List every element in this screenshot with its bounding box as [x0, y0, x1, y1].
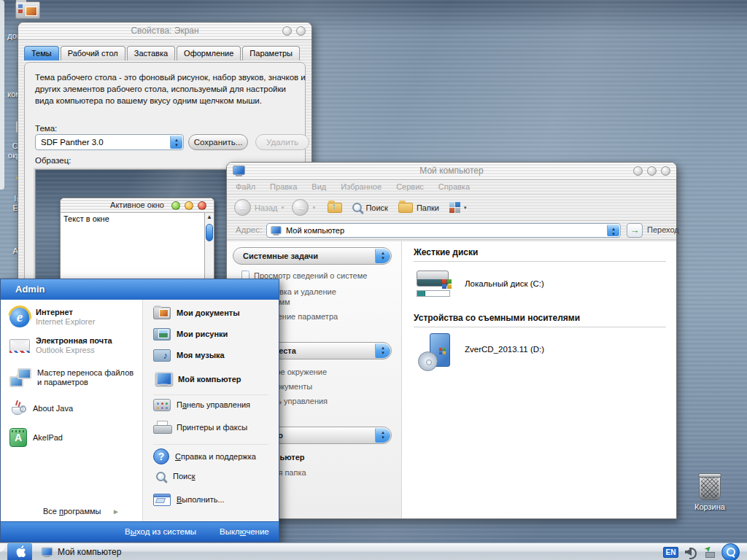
menu-edit[interactable]: Правка — [270, 180, 297, 194]
documents-folder-icon — [153, 307, 171, 319]
start-item-transfer-wizard[interactable]: → Мастер переноса файлов и параметров — [9, 368, 135, 387]
printer-icon — [153, 421, 171, 434]
dialog-titlebar[interactable]: Свойства: Экран — [18, 23, 311, 40]
taskbar: Мой компьютер EN — [0, 542, 747, 560]
theme-dropdown-value: SDF Panther 3.0 — [41, 135, 104, 149]
cd-drive-icon — [418, 333, 452, 371]
all-programs-button[interactable]: Все программы ► — [43, 507, 101, 516]
tray-search-icon[interactable] — [721, 543, 740, 560]
collapse-icon[interactable] — [375, 249, 390, 263]
drive-item-local-disk-c[interactable]: Локальный диск (C:) — [414, 262, 666, 308]
shutdown-button[interactable]: Выключение — [220, 527, 269, 536]
menu-view[interactable]: Вид — [311, 180, 326, 194]
windows-flag-icon — [442, 279, 452, 289]
theme-description: Тема рабочего стола - это фоновый рисуно… — [35, 71, 306, 106]
forward-button[interactable] — [292, 199, 309, 216]
start-item-my-documents[interactable]: Мои документы — [153, 307, 240, 319]
theme-dropdown[interactable]: SDF Panther 3.0 — [35, 134, 184, 150]
delete-theme-button[interactable]: Удалить — [255, 134, 309, 150]
maximize-button[interactable] — [647, 166, 657, 176]
views-dropdown-icon[interactable]: ▼ — [463, 206, 468, 210]
start-item-my-music[interactable]: Моя музыка — [153, 349, 225, 362]
window-titlebar[interactable]: Мой компьютер — [227, 163, 676, 180]
tab-settings[interactable]: Параметры — [242, 46, 300, 61]
dialog-tabs: Темы Рабочий стол Заставка Оформление Па… — [24, 46, 301, 61]
preview-window-body: Текст в окне — [61, 213, 214, 286]
group-title-hard-disks: Жесткие диски — [414, 243, 666, 262]
taskbar-task-my-computer[interactable]: Мой компьютер — [38, 544, 147, 560]
start-item-printers[interactable]: Принтеры и факсы — [153, 421, 247, 434]
minimize-button[interactable] — [633, 166, 643, 176]
go-button[interactable] — [627, 223, 643, 238]
start-item-email[interactable]: Электронная почта Outlook Express — [9, 336, 112, 355]
tab-screensaver[interactable]: Заставка — [127, 46, 175, 61]
start-item-my-pictures[interactable]: Мои рисунки — [153, 328, 228, 341]
back-button[interactable] — [234, 199, 251, 216]
desktop-icon-recycle-bin[interactable]: Корзина — [684, 474, 735, 511]
collapse-icon[interactable] — [375, 343, 390, 358]
start-menu-footer: Выход из системы Выключение — [1, 521, 279, 542]
menu-file[interactable]: Файл — [236, 180, 255, 194]
collapse-icon[interactable] — [375, 428, 390, 443]
windows-flag-icon — [439, 348, 446, 354]
address-dropdown-icon[interactable] — [607, 225, 619, 236]
java-icon — [9, 399, 27, 418]
preview-scrollbar — [204, 213, 214, 286]
save-theme-button[interactable]: Сохранить... — [188, 134, 248, 150]
help-icon — [153, 448, 169, 464]
tab-themes[interactable]: Темы — [24, 46, 59, 61]
start-item-control-panel[interactable]: Панель управления — [153, 399, 250, 411]
drive-item-zvercd[interactable]: ZverCD_2013.11 (D:) — [414, 327, 666, 381]
computer-icon — [233, 166, 245, 176]
menu-tools[interactable]: Сервис — [396, 180, 424, 194]
up-button[interactable] — [328, 203, 342, 213]
language-indicator[interactable]: EN — [663, 547, 678, 558]
dropdown-stepper-icon[interactable] — [170, 136, 182, 149]
start-item-search[interactable]: Поиск — [153, 470, 195, 483]
preview-window-text: Текст в окне — [63, 214, 109, 223]
start-item-internet[interactable]: Интернет Internet Explorer — [9, 307, 95, 327]
system-tasks-header[interactable]: Системные задачи — [233, 247, 392, 265]
menu-favorites[interactable]: Избранное — [341, 180, 382, 194]
drive-label: ZverCD_2013.11 (D:) — [465, 345, 544, 354]
address-value: Мой компьютер — [286, 224, 344, 237]
tab-appearance[interactable]: Оформление — [177, 46, 241, 61]
close-button[interactable] — [661, 166, 670, 176]
forward-dropdown-icon[interactable]: ▼ — [311, 206, 316, 210]
start-item-my-computer[interactable]: Мой компьютер — [153, 370, 241, 388]
safely-remove-icon[interactable] — [704, 547, 715, 558]
control-panel-icon — [153, 399, 171, 411]
apple-logo-icon — [14, 545, 26, 559]
start-menu-user: Admin — [1, 279, 279, 300]
search-label[interactable]: Поиск — [365, 203, 387, 212]
tab-desktop[interactable]: Рабочий стол — [61, 46, 125, 61]
computer-icon — [271, 226, 281, 236]
drive-label: Локальный диск (C:) — [465, 279, 544, 288]
theme-label: Тема: — [35, 124, 57, 133]
back-label: Назад — [255, 203, 278, 212]
start-button[interactable] — [7, 543, 32, 560]
address-field[interactable]: Мой компьютер — [266, 223, 621, 238]
close-button[interactable] — [296, 26, 306, 36]
traffic-light-red-icon — [198, 201, 206, 210]
minimize-button[interactable] — [282, 26, 292, 36]
back-dropdown-icon[interactable]: ▼ — [281, 206, 285, 210]
start-item-akelpad[interactable]: AkelPad — [9, 428, 63, 447]
sample-label: Образец: — [35, 156, 71, 165]
views-icon[interactable] — [449, 202, 460, 213]
logoff-button[interactable]: Выход из системы — [125, 527, 196, 536]
group-title-removable: Устройства со съемными носителями — [414, 308, 666, 327]
recycle-bin-label: Корзина — [684, 502, 735, 511]
folders-icon[interactable] — [398, 203, 413, 213]
documents-folder-icon — [15, 1, 40, 19]
volume-icon[interactable] — [685, 547, 697, 557]
start-item-run[interactable]: Выполнить... — [153, 494, 225, 506]
file-list-area: Жесткие диски Локальный диск (C:) Устрой… — [402, 241, 676, 518]
computer-icon — [42, 547, 53, 557]
search-icon[interactable] — [352, 203, 362, 212]
start-item-about-java[interactable]: About Java — [9, 399, 73, 418]
folders-label[interactable]: Папки — [417, 203, 439, 212]
task-label: Мой компьютер — [58, 547, 121, 557]
menu-help[interactable]: Справка — [438, 180, 470, 194]
start-item-help[interactable]: Справка и поддержка — [153, 448, 256, 464]
